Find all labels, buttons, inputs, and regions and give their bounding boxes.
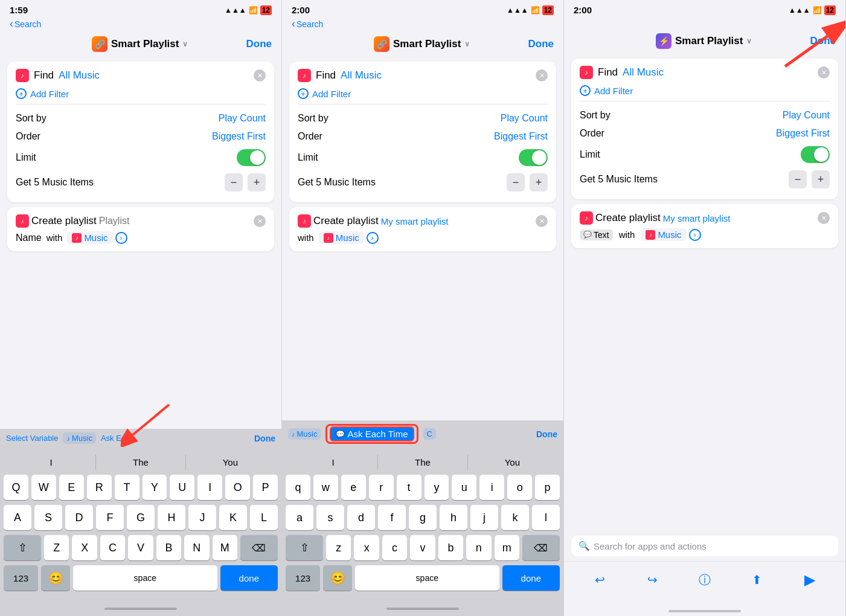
var-done-2[interactable]: Done xyxy=(536,429,557,439)
create-close-2[interactable]: ✕ xyxy=(536,215,548,227)
key-G[interactable]: G xyxy=(127,505,155,530)
suggestion-the-2[interactable]: The xyxy=(377,455,467,470)
nav-chevron-2[interactable]: ∨ xyxy=(464,40,470,48)
key-done-2[interactable]: done xyxy=(502,565,560,591)
ask-each-chip[interactable]: 💬 Ask Each Time xyxy=(330,426,414,441)
key-C[interactable]: C xyxy=(100,535,125,560)
key-shift-1[interactable]: ⇧ xyxy=(4,535,41,560)
find-value-1[interactable]: All Music xyxy=(59,69,100,82)
key-l[interactable]: l xyxy=(532,505,560,530)
key-space-2[interactable]: space xyxy=(355,565,499,591)
key-t[interactable]: t xyxy=(397,475,421,500)
text-chip-3[interactable]: 💬 Text xyxy=(580,229,613,240)
create-close-3[interactable]: ✕ xyxy=(818,212,830,224)
key-a[interactable]: a xyxy=(286,505,313,530)
key-F[interactable]: F xyxy=(96,505,124,530)
redo-button[interactable]: ↪ xyxy=(641,569,663,591)
nav-done-3[interactable]: Done xyxy=(810,35,836,47)
key-done-1[interactable]: done xyxy=(220,565,278,591)
add-filter-3[interactable]: + Add Filter xyxy=(580,85,830,96)
key-L[interactable]: L xyxy=(250,505,278,530)
key-shift-2[interactable]: ⇧ xyxy=(286,535,323,560)
add-filter-1[interactable]: + Add Filter xyxy=(16,88,266,99)
limit-toggle-3[interactable] xyxy=(801,146,830,163)
var-music-chip-2[interactable]: ♪ Music xyxy=(288,428,321,440)
key-Q[interactable]: Q xyxy=(4,475,28,500)
key-s[interactable]: s xyxy=(316,505,344,530)
key-emoji-1[interactable]: 😊 xyxy=(41,565,70,591)
order-value-2[interactable]: Biggest First xyxy=(494,131,548,142)
find-close-2[interactable]: ✕ xyxy=(536,69,548,82)
nav-chevron-3[interactable]: ∨ xyxy=(746,37,752,45)
key-m[interactable]: m xyxy=(495,535,519,560)
key-Y[interactable]: Y xyxy=(143,475,167,500)
share-button[interactable]: ⬆ xyxy=(746,569,768,591)
key-V[interactable]: V xyxy=(128,535,153,560)
stepper-minus-1[interactable]: − xyxy=(225,173,243,191)
key-r[interactable]: r xyxy=(369,475,394,500)
find-close-3[interactable]: ✕ xyxy=(818,66,830,79)
key-X[interactable]: X xyxy=(72,535,97,560)
sort-value-1[interactable]: Play Count xyxy=(219,113,266,124)
key-g[interactable]: g xyxy=(409,505,437,530)
suggestion-you-2[interactable]: You xyxy=(467,455,557,470)
key-E[interactable]: E xyxy=(59,475,84,500)
key-delete-2[interactable]: ⌫ xyxy=(522,535,560,560)
key-i[interactable]: i xyxy=(479,475,504,500)
key-M[interactable]: M xyxy=(213,535,237,560)
key-v[interactable]: v xyxy=(410,535,435,560)
key-B[interactable]: B xyxy=(156,535,181,560)
stepper-plus-2[interactable]: + xyxy=(530,173,548,191)
nav-chevron-1[interactable]: ∨ xyxy=(182,40,188,48)
nav-done-1[interactable]: Done xyxy=(246,38,272,50)
key-j[interactable]: j xyxy=(470,505,498,530)
var-done-1[interactable]: Done xyxy=(254,434,275,443)
key-U[interactable]: U xyxy=(170,475,194,500)
sort-value-2[interactable]: Play Count xyxy=(501,113,548,124)
limit-toggle-1[interactable] xyxy=(237,149,266,166)
key-D[interactable]: D xyxy=(65,505,93,530)
sort-value-3[interactable]: Play Count xyxy=(783,110,830,121)
find-close-1[interactable]: ✕ xyxy=(254,69,266,82)
stepper-plus-1[interactable]: + xyxy=(248,173,266,191)
key-n[interactable]: n xyxy=(466,535,491,560)
suggestion-i-1[interactable]: I xyxy=(7,455,95,470)
key-K[interactable]: K xyxy=(219,505,247,530)
key-h[interactable]: h xyxy=(440,505,467,530)
stepper-minus-2[interactable]: − xyxy=(507,173,525,191)
music-chip-3[interactable]: ♪ Music xyxy=(641,228,686,241)
key-o[interactable]: o xyxy=(507,475,532,500)
key-f[interactable]: f xyxy=(378,505,406,530)
create-close-1[interactable]: ✕ xyxy=(254,215,266,227)
suggestion-the-1[interactable]: The xyxy=(95,455,185,470)
var-music-1[interactable]: ♪ Music xyxy=(63,432,95,444)
key-delete-1[interactable]: ⌫ xyxy=(240,535,278,560)
key-Z[interactable]: Z xyxy=(44,535,69,560)
find-value-2[interactable]: All Music xyxy=(341,69,382,82)
key-123-2[interactable]: 123 xyxy=(286,565,320,591)
key-I[interactable]: I xyxy=(197,475,222,500)
stepper-minus-3[interactable]: − xyxy=(789,170,807,188)
key-x[interactable]: x xyxy=(354,535,379,560)
key-W[interactable]: W xyxy=(31,475,56,500)
arrow-circle-3[interactable]: › xyxy=(689,229,701,241)
key-space-1[interactable]: space xyxy=(73,565,217,591)
key-k[interactable]: k xyxy=(501,505,529,530)
key-H[interactable]: H xyxy=(158,505,185,530)
limit-toggle-2[interactable] xyxy=(519,149,548,166)
back-button-1[interactable]: Search xyxy=(10,18,272,30)
music-chip-1[interactable]: ♪ Music xyxy=(67,231,112,244)
key-d[interactable]: d xyxy=(347,505,375,530)
key-u[interactable]: u xyxy=(452,475,476,500)
key-R[interactable]: R xyxy=(87,475,112,500)
key-z[interactable]: z xyxy=(326,535,351,560)
play-button[interactable]: ▶ xyxy=(799,569,821,591)
arrow-circle-1[interactable]: › xyxy=(115,232,127,244)
back-button-2[interactable]: Search xyxy=(292,18,554,30)
find-value-3[interactable]: All Music xyxy=(623,66,664,79)
var-select-1[interactable]: Select Variable xyxy=(6,434,58,443)
key-c2[interactable]: c xyxy=(382,535,407,560)
key-S[interactable]: S xyxy=(34,505,62,530)
playlist-name-input-1[interactable] xyxy=(99,216,220,226)
key-123-1[interactable]: 123 xyxy=(4,565,38,591)
